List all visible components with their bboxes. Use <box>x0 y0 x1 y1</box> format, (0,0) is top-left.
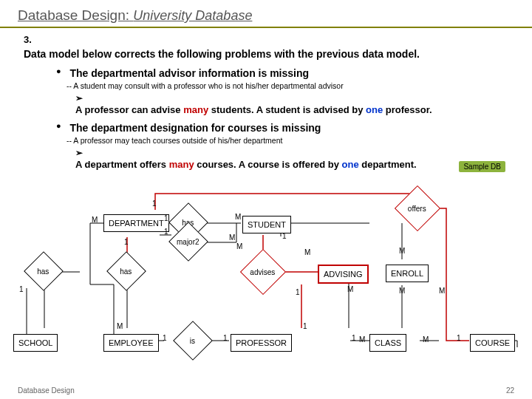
rel-has-left: has <box>24 251 64 291</box>
entity-class: CLASS <box>369 334 406 352</box>
entity-enroll: ENROLL <box>386 265 429 282</box>
er-diagram: DEPARTMENT has STUDENT major2 has has ad… <box>0 189 532 370</box>
bullet-icon <box>56 121 66 130</box>
bullet-1-arrow: A professor can advise many students. A … <box>75 93 514 115</box>
card-1: 1 <box>352 334 356 342</box>
bullet-1-arrow-text: A professor can advise many students. A … <box>75 104 504 115</box>
card-1: 1 <box>163 334 167 342</box>
card-1: 1 <box>457 334 461 342</box>
footer-right: 22 <box>506 386 514 395</box>
bullet-1-dash: -- A student may consult with a professo… <box>66 81 514 90</box>
card-M: M <box>399 287 405 295</box>
card-M: M <box>423 335 429 344</box>
card-M: M <box>347 285 353 293</box>
footer-left: Database Design <box>18 386 75 395</box>
rel-advises: advises <box>240 249 286 295</box>
card-1: 1 <box>152 200 157 208</box>
card-M: M <box>304 248 310 256</box>
bullet-2-title: The department designation for courses i… <box>69 122 321 134</box>
arrow-icon <box>75 93 87 103</box>
bullet-1-title: The departmental advisor information is … <box>69 67 309 79</box>
arrow-icon <box>75 148 87 158</box>
card-M: M <box>229 233 235 242</box>
entity-professor: PROFESSOR <box>231 334 292 352</box>
bullet-2-dash: -- A professor may teach courses outside… <box>66 136 514 145</box>
entity-advising: ADVISING <box>318 265 369 284</box>
card-M: M <box>117 322 123 330</box>
card-M: M <box>399 247 405 255</box>
card-1: 1 <box>19 285 24 293</box>
card-1: 1 <box>282 232 287 240</box>
title-main: Database Design: <box>18 7 129 23</box>
slide-header: Database Design: University Database <box>0 0 532 28</box>
card-M: M <box>235 213 241 221</box>
card-1: 1 <box>303 322 307 330</box>
entity-department: DEPARTMENT <box>103 214 169 232</box>
rel-is: is <box>173 321 213 361</box>
title-sub: University Database <box>133 8 252 23</box>
bullet-2-arrow-text: A department offers many courses. A cour… <box>75 159 504 170</box>
card-1: 1 <box>124 238 129 246</box>
card-1: 1 <box>296 288 300 296</box>
entity-course: COURSE <box>470 334 515 352</box>
bullet-1: The departmental advisor information is … <box>56 66 514 80</box>
entity-employee: EMPLOYEE <box>103 334 159 352</box>
card-1: 1 <box>223 334 228 342</box>
card-1: 1 <box>164 228 168 236</box>
entity-student: STUDENT <box>242 216 291 233</box>
card-M: M <box>359 335 365 344</box>
card-M: M <box>92 216 98 224</box>
card-1: 1 <box>164 214 168 222</box>
content-area: 3. Data model below corrects the followi… <box>0 28 532 170</box>
point-number: 3. <box>24 34 38 45</box>
rel-has-mid: has <box>106 251 146 291</box>
bullet-2: The department designation for courses i… <box>56 121 514 134</box>
sample-db-badge[interactable]: Sample DB <box>459 161 505 172</box>
entity-school: SCHOOL <box>13 334 58 352</box>
card-M: M <box>439 287 445 295</box>
rel-offers: offers <box>395 185 440 231</box>
bullet-icon <box>56 66 66 75</box>
bullet-2-arrow: A department offers many courses. A cour… <box>75 148 514 170</box>
point-text: Data model below corrects the following … <box>24 48 497 60</box>
card-M: M <box>236 242 242 250</box>
